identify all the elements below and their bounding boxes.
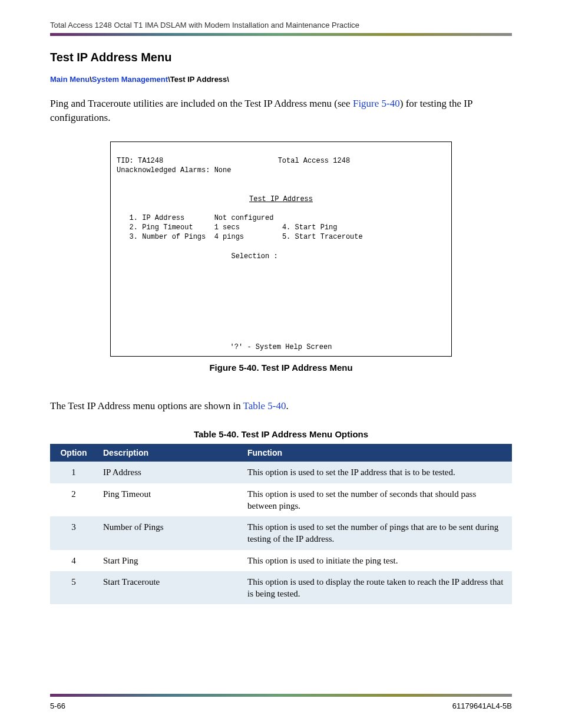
intro-paragraph: Ping and Traceroute utilities are includ… xyxy=(50,97,512,125)
terminal-help: '?' - System Help Screen xyxy=(111,342,451,352)
cell-option: 1 xyxy=(50,462,97,483)
table-link[interactable]: Table 5-40 xyxy=(243,400,286,411)
terminal-tid: TID: TA1248 xyxy=(117,157,163,165)
th-function: Function xyxy=(242,444,512,462)
t-item2-num: 2. xyxy=(130,223,138,232)
table-row: 1 IP Address This option is used to set … xyxy=(50,462,512,483)
terminal-title: Test IP Address xyxy=(249,195,313,203)
figure-link[interactable]: Figure 5-40 xyxy=(353,98,400,109)
table-row: 2 Ping Timeout This option is used to se… xyxy=(50,483,512,517)
t-item3-num: 3. xyxy=(130,233,138,241)
cell-option: 2 xyxy=(50,483,97,517)
mid-text-after: . xyxy=(286,400,289,411)
t-item3-label: Number of Pings xyxy=(142,233,206,241)
intro-text-before: Ping and Traceroute utilities are includ… xyxy=(50,98,353,109)
options-table: Option Description Function 1 IP Address… xyxy=(50,444,512,604)
th-option: Option xyxy=(50,444,97,462)
t-item1-val: Not configured xyxy=(214,214,274,222)
running-header: Total Access 1248 Octal T1 IMA DSLAM wit… xyxy=(50,21,512,29)
cell-func: This option is used to set the IP addres… xyxy=(242,462,512,483)
breadcrumb: Main Menu\System Management\Test IP Addr… xyxy=(50,75,512,84)
th-description: Description xyxy=(97,444,242,462)
breadcrumb-link-sysmgmt[interactable]: System Management xyxy=(92,75,168,84)
terminal-figure: TID: TA1248 Total Access 1248 Unacknowle… xyxy=(110,141,452,357)
cell-func: This option is used to set the number of… xyxy=(242,483,512,517)
cell-func: This option is used to set the number of… xyxy=(242,516,512,550)
cell-desc: Start Ping xyxy=(97,550,242,571)
table-row: 5 Start Traceroute This option is used t… xyxy=(50,571,512,605)
cell-desc: Start Traceroute xyxy=(97,571,242,605)
terminal-device: Total Access 1248 xyxy=(278,157,350,165)
cell-desc: IP Address xyxy=(97,462,242,483)
table-header-row: Option Description Function xyxy=(50,444,512,462)
t-item5-label: Start Traceroute xyxy=(295,233,363,241)
cell-func: This option is used to initiate the ping… xyxy=(242,550,512,571)
mid-text-before: The Test IP Address menu options are sho… xyxy=(50,400,243,411)
t-item4-label: Start Ping xyxy=(295,223,338,232)
cell-desc: Number of Pings xyxy=(97,516,242,550)
t-item2-label: Ping Timeout xyxy=(142,223,193,232)
doc-number: 61179641AL4-5B xyxy=(452,701,512,710)
section-title: Test IP Address Menu xyxy=(50,51,512,64)
t-item1-label: IP Address xyxy=(142,214,184,222)
footer-rule xyxy=(50,694,512,697)
figure-caption: Figure 5-40. Test IP Address Menu xyxy=(50,363,512,373)
cell-option: 3 xyxy=(50,516,97,550)
table-caption: Table 5-40. Test IP Address Menu Options xyxy=(50,429,512,439)
cell-desc: Ping Timeout xyxy=(97,483,242,517)
table-row: 3 Number of Pings This option is used to… xyxy=(50,516,512,550)
t-item1-num: 1. xyxy=(130,214,138,222)
page-footer: 5-66 61179641AL4-5B xyxy=(50,694,512,710)
cell-option: 5 xyxy=(50,571,97,605)
t-item5-num: 5. xyxy=(282,233,290,241)
cell-func: This option is used to display the route… xyxy=(242,571,512,605)
cell-option: 4 xyxy=(50,550,97,571)
header-rule xyxy=(50,33,512,36)
terminal-screen: TID: TA1248 Total Access 1248 Unacknowle… xyxy=(110,141,452,357)
terminal-alarms: Unacknowledged Alarms: None xyxy=(117,166,231,174)
mid-paragraph: The Test IP Address menu options are sho… xyxy=(50,399,512,413)
breadcrumb-link-main[interactable]: Main Menu xyxy=(50,75,90,84)
t-item3-val: 4 pings xyxy=(214,233,244,241)
t-item2-val: 1 secs xyxy=(214,223,240,232)
terminal-selection-label: Selection : xyxy=(231,252,277,261)
breadcrumb-current: Test IP Address xyxy=(170,75,227,84)
page-number: 5-66 xyxy=(50,701,65,710)
t-item4-num: 4. xyxy=(282,223,290,232)
table-row: 4 Start Ping This option is used to init… xyxy=(50,550,512,571)
